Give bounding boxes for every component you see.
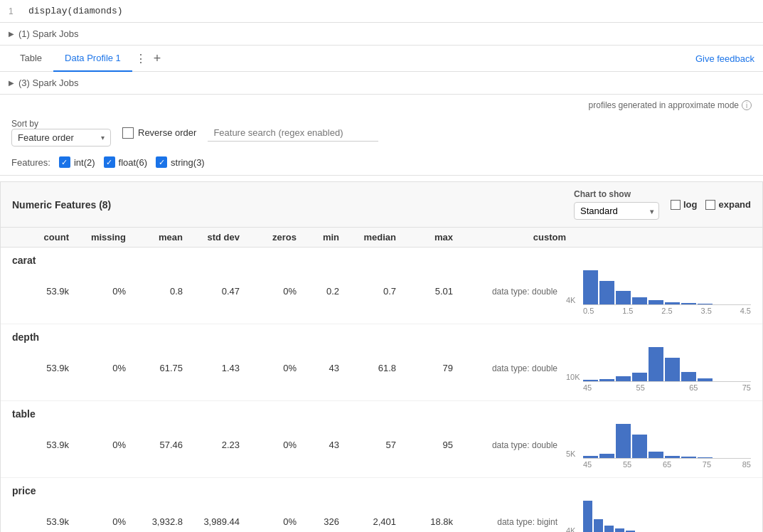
- chart-x-label: 75: [742, 383, 751, 392]
- string-feature-check[interactable]: string(3): [156, 156, 205, 168]
- tab-table[interactable]: Table: [9, 46, 53, 72]
- numeric-section: Numeric Features (8) Chart to show Stand…: [0, 181, 763, 532]
- reverse-order-checkbox[interactable]: [122, 127, 134, 139]
- col-header-count: count: [12, 232, 69, 243]
- list-item: 57: [339, 440, 396, 450]
- table-header: count missing mean std dev zeros min med…: [1, 228, 762, 248]
- chart-y-label: 4K: [566, 296, 575, 304]
- list-item: 0%: [69, 440, 126, 450]
- chart-x-label: 55: [623, 460, 631, 469]
- feature-chart: 4K0.51.52.53.54.5: [566, 267, 751, 315]
- sort-select[interactable]: Feature order ▾: [11, 129, 111, 147]
- string-label: string(3): [171, 157, 205, 168]
- spark-jobs-2-label: (3) Spark Jobs: [18, 78, 79, 88]
- feature-rows-container: carat53.9k0%0.80.470%0.20.75.01data type…: [1, 248, 762, 532]
- log-expand-group: log expand: [671, 199, 751, 210]
- col-header-std-dev: std dev: [183, 232, 240, 243]
- line-number: 1: [9, 6, 20, 16]
- info-icon[interactable]: i: [742, 100, 752, 110]
- chart-bar: [616, 376, 631, 381]
- reverse-order-check[interactable]: Reverse order: [122, 127, 196, 139]
- list-item: 2.23: [183, 440, 240, 450]
- chart-bar: [649, 300, 663, 304]
- chart-bar: [583, 501, 592, 532]
- spark-jobs-2-row[interactable]: ▶ (3) Spark Jobs: [0, 72, 763, 95]
- feature-name-table: table: [1, 401, 762, 421]
- log-checkbox[interactable]: [671, 200, 681, 210]
- chart-to-show-label: Chart to show: [574, 189, 659, 199]
- chart-bar: [649, 347, 663, 381]
- spark-jobs-2-arrow: ▶: [9, 79, 14, 87]
- chart-bar: [583, 270, 598, 304]
- col-header-max: max: [396, 232, 453, 243]
- feature-name-carat: carat: [1, 248, 762, 267]
- chart-x-label: 65: [663, 460, 671, 469]
- int-checkbox[interactable]: [59, 156, 70, 168]
- col-header-zeros: zeros: [240, 232, 297, 243]
- float-feature-check[interactable]: float(6): [104, 156, 147, 168]
- tab-add-button[interactable]: +: [151, 48, 164, 69]
- chart-x-label: 55: [636, 383, 645, 392]
- spark-jobs-1-label: (1) Spark Jobs: [18, 28, 79, 39]
- list-item: 0%: [240, 286, 297, 297]
- expand-check[interactable]: expand: [705, 199, 751, 210]
- chart-x-label: 4.5: [740, 307, 751, 315]
- list-item: 0%: [240, 363, 297, 373]
- feature-search-input[interactable]: [208, 124, 378, 142]
- chart-y-label: 10K: [566, 373, 580, 381]
- list-item: 0%: [69, 286, 126, 297]
- list-item: 0%: [69, 363, 126, 373]
- chart-bar: [665, 358, 680, 381]
- list-item: 0.7: [339, 286, 396, 297]
- spark-jobs-1-row[interactable]: ▶ (1) Spark Jobs: [0, 23, 763, 46]
- float-checkbox[interactable]: [104, 156, 115, 168]
- int-feature-check[interactable]: int(2): [59, 156, 95, 168]
- chart-select[interactable]: Standard: [574, 202, 659, 220]
- list-item: 53.9k: [12, 286, 69, 297]
- list-item: 5.01: [396, 286, 453, 297]
- feature-custom-col: data type: double: [453, 287, 566, 297]
- numeric-section-title: Numeric Features (8): [12, 199, 111, 211]
- list-item: 61.75: [126, 363, 183, 373]
- list-item: 79: [396, 363, 453, 373]
- chart-controls: Chart to show Standard log expand: [574, 189, 751, 220]
- list-item: 53.9k: [12, 363, 69, 373]
- list-item: 18.8k: [396, 516, 453, 527]
- tab-menu-button[interactable]: ⋮: [132, 49, 149, 68]
- sort-select-value: Feature order: [18, 132, 74, 143]
- list-item: 2,401: [339, 516, 396, 527]
- chart-x-label: 1.5: [622, 307, 633, 315]
- chart-select-wrap: Standard: [574, 202, 659, 220]
- chart-bar: [599, 454, 614, 458]
- feature-chart: 10K45556575: [566, 344, 751, 392]
- expand-checkbox[interactable]: [705, 200, 715, 210]
- table-row: table53.9k0%57.462.230%435795data type: …: [1, 401, 762, 478]
- chart-x-label: 85: [742, 460, 751, 469]
- sort-label: Sort by: [11, 119, 111, 129]
- chart-bar: [615, 528, 624, 532]
- table-row: carat53.9k0%0.80.470%0.20.75.01data type…: [1, 248, 762, 324]
- log-check[interactable]: log: [671, 199, 698, 210]
- list-item: 0%: [240, 440, 297, 450]
- chart-x-label: 75: [703, 460, 711, 469]
- list-item: 95: [396, 440, 453, 450]
- list-item: 326: [297, 516, 339, 527]
- chart-x-label: 3.5: [701, 307, 712, 315]
- chart-to-show-group: Chart to show Standard: [574, 189, 659, 220]
- col-header-min: min: [297, 232, 339, 243]
- give-feedback-link[interactable]: Give feedback: [695, 53, 754, 64]
- features-row: Features: int(2) float(6) string(3): [0, 152, 763, 176]
- reverse-order-label: Reverse order: [138, 127, 196, 138]
- feature-custom-col: data type: bigint: [453, 517, 566, 527]
- string-checkbox[interactable]: [156, 156, 167, 168]
- tabs-bar: Table Data Profile 1 ⋮ + Give feedback: [0, 46, 763, 72]
- chart-bar: [594, 519, 603, 532]
- list-item: 43: [297, 440, 339, 450]
- chart-bar: [616, 424, 631, 458]
- feature-custom-col: data type: double: [453, 440, 566, 450]
- feature-values-carat: 53.9k0%0.80.470%0.20.75.01data type: dou…: [1, 267, 762, 324]
- chart-y-label: 5K: [566, 449, 575, 458]
- tab-data-profile[interactable]: Data Profile 1: [53, 46, 132, 72]
- col-header-median: median: [339, 232, 396, 243]
- log-label: log: [683, 199, 698, 210]
